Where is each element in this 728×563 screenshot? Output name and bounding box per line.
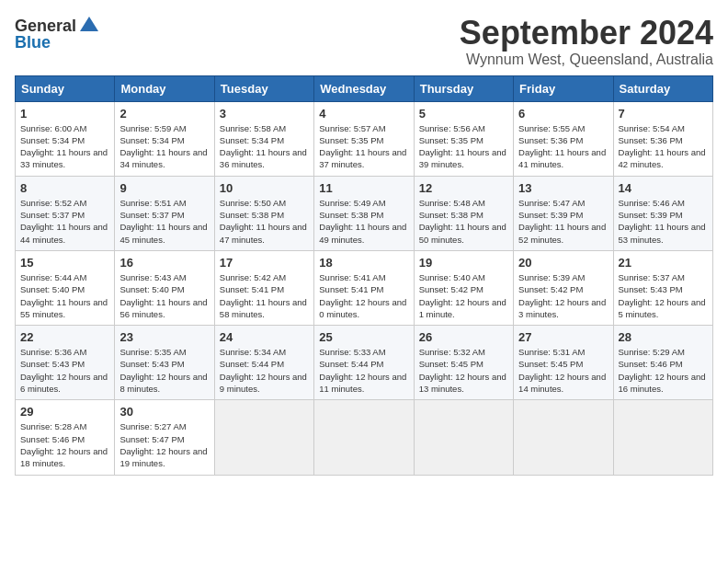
day-number: 22 [20, 330, 109, 344]
day-number: 4 [319, 107, 408, 121]
table-row: 12Sunrise: 5:48 AMSunset: 5:38 PMDayligh… [414, 176, 513, 250]
day-info: Sunrise: 5:43 AMSunset: 5:40 PMDaylight:… [119, 271, 209, 320]
table-row: 24Sunrise: 5:34 AMSunset: 5:44 PMDayligh… [214, 326, 313, 400]
table-row: 27Sunrise: 5:31 AMSunset: 5:45 PMDayligh… [514, 326, 613, 400]
day-number: 20 [518, 256, 608, 270]
day-number: 5 [419, 107, 508, 121]
table-row: 21Sunrise: 5:37 AMSunset: 5:43 PMDayligh… [613, 250, 712, 325]
day-info: Sunrise: 5:32 AMSunset: 5:45 PMDaylight:… [419, 346, 508, 395]
day-number: 28 [619, 330, 708, 344]
day-number: 21 [619, 256, 708, 270]
calendar-week-row: 22Sunrise: 5:36 AMSunset: 5:43 PMDayligh… [16, 326, 713, 400]
day-number: 23 [119, 330, 209, 344]
day-info: Sunrise: 5:57 AMSunset: 5:35 PMDaylight:… [319, 122, 408, 171]
day-info: Sunrise: 5:49 AMSunset: 5:38 PMDaylight:… [319, 197, 408, 246]
day-info: Sunrise: 5:52 AMSunset: 5:37 PMDaylight:… [20, 197, 109, 246]
day-number: 19 [419, 256, 508, 270]
logo-blue-text: Blue [15, 33, 51, 52]
table-row [314, 400, 414, 475]
calendar-week-row: 8Sunrise: 5:52 AMSunset: 5:37 PMDaylight… [16, 176, 713, 250]
month-title: September 2024 [460, 15, 713, 52]
table-row: 19Sunrise: 5:40 AMSunset: 5:42 PMDayligh… [414, 250, 513, 325]
table-row: 20Sunrise: 5:39 AMSunset: 5:42 PMDayligh… [514, 250, 613, 325]
day-number: 8 [20, 181, 109, 195]
day-info: Sunrise: 5:42 AMSunset: 5:41 PMDaylight:… [220, 271, 309, 320]
logo: General Blue [15, 15, 100, 52]
day-info: Sunrise: 5:41 AMSunset: 5:41 PMDaylight:… [319, 271, 408, 320]
day-number: 17 [220, 256, 309, 270]
day-info: Sunrise: 5:34 AMSunset: 5:44 PMDaylight:… [220, 346, 309, 395]
day-info: Sunrise: 5:39 AMSunset: 5:42 PMDaylight:… [518, 271, 608, 320]
col-friday: Friday [514, 75, 613, 101]
day-number: 14 [619, 181, 708, 195]
table-row: 2Sunrise: 5:59 AMSunset: 5:34 PMDaylight… [115, 101, 214, 176]
day-number: 16 [119, 256, 209, 270]
table-row [414, 400, 513, 475]
table-row: 17Sunrise: 5:42 AMSunset: 5:41 PMDayligh… [214, 250, 313, 325]
table-row: 15Sunrise: 5:44 AMSunset: 5:40 PMDayligh… [16, 250, 115, 325]
svg-marker-0 [80, 17, 98, 31]
day-number: 25 [319, 330, 408, 344]
day-number: 12 [419, 181, 508, 195]
table-row: 28Sunrise: 5:29 AMSunset: 5:46 PMDayligh… [613, 326, 712, 400]
day-number: 9 [119, 181, 209, 195]
table-row [514, 400, 613, 475]
day-number: 18 [319, 256, 408, 270]
logo-icon [78, 15, 100, 37]
table-row: 11Sunrise: 5:49 AMSunset: 5:38 PMDayligh… [314, 176, 414, 250]
day-info: Sunrise: 5:50 AMSunset: 5:38 PMDaylight:… [220, 197, 309, 246]
table-row: 23Sunrise: 5:35 AMSunset: 5:43 PMDayligh… [115, 326, 214, 400]
table-row: 6Sunrise: 5:55 AMSunset: 5:36 PMDaylight… [514, 101, 613, 176]
day-info: Sunrise: 5:28 AMSunset: 5:46 PMDaylight:… [20, 420, 109, 469]
table-row: 14Sunrise: 5:46 AMSunset: 5:39 PMDayligh… [613, 176, 712, 250]
day-number: 29 [20, 405, 109, 419]
table-row: 18Sunrise: 5:41 AMSunset: 5:41 PMDayligh… [314, 250, 414, 325]
day-number: 2 [119, 107, 209, 121]
day-number: 27 [518, 330, 608, 344]
table-row [214, 400, 313, 475]
day-info: Sunrise: 5:46 AMSunset: 5:39 PMDaylight:… [619, 197, 708, 246]
col-monday: Monday [115, 75, 214, 101]
col-saturday: Saturday [613, 75, 712, 101]
day-info: Sunrise: 5:37 AMSunset: 5:43 PMDaylight:… [619, 271, 708, 320]
calendar-header-row: Sunday Monday Tuesday Wednesday Thursday… [16, 75, 713, 101]
day-number: 26 [419, 330, 508, 344]
day-info: Sunrise: 5:31 AMSunset: 5:45 PMDaylight:… [518, 346, 608, 395]
table-row [613, 400, 712, 475]
table-row: 26Sunrise: 5:32 AMSunset: 5:45 PMDayligh… [414, 326, 513, 400]
table-row: 29Sunrise: 5:28 AMSunset: 5:46 PMDayligh… [16, 400, 115, 475]
day-info: Sunrise: 5:36 AMSunset: 5:43 PMDaylight:… [20, 346, 109, 395]
day-number: 6 [518, 107, 608, 121]
table-row: 7Sunrise: 5:54 AMSunset: 5:36 PMDaylight… [613, 101, 712, 176]
day-info: Sunrise: 5:56 AMSunset: 5:35 PMDaylight:… [419, 122, 508, 171]
page-header: General Blue September 2024 Wynnum West,… [15, 15, 713, 68]
day-number: 24 [220, 330, 309, 344]
day-info: Sunrise: 5:54 AMSunset: 5:36 PMDaylight:… [619, 122, 708, 171]
day-info: Sunrise: 5:35 AMSunset: 5:43 PMDaylight:… [119, 346, 209, 395]
day-info: Sunrise: 5:27 AMSunset: 5:47 PMDaylight:… [119, 420, 209, 469]
title-section: September 2024 Wynnum West, Queensland, … [460, 15, 713, 68]
calendar-week-row: 29Sunrise: 5:28 AMSunset: 5:46 PMDayligh… [16, 400, 713, 475]
col-tuesday: Tuesday [214, 75, 313, 101]
day-number: 1 [20, 107, 109, 121]
table-row: 25Sunrise: 5:33 AMSunset: 5:44 PMDayligh… [314, 326, 414, 400]
day-number: 10 [220, 181, 309, 195]
day-info: Sunrise: 5:33 AMSunset: 5:44 PMDaylight:… [319, 346, 408, 395]
table-row: 3Sunrise: 5:58 AMSunset: 5:34 PMDaylight… [214, 101, 313, 176]
calendar-week-row: 1Sunrise: 6:00 AMSunset: 5:34 PMDaylight… [16, 101, 713, 176]
col-wednesday: Wednesday [314, 75, 414, 101]
calendar-week-row: 15Sunrise: 5:44 AMSunset: 5:40 PMDayligh… [16, 250, 713, 325]
table-row: 9Sunrise: 5:51 AMSunset: 5:37 PMDaylight… [115, 176, 214, 250]
day-number: 15 [20, 256, 109, 270]
day-number: 3 [220, 107, 309, 121]
day-number: 7 [619, 107, 708, 121]
day-info: Sunrise: 6:00 AMSunset: 5:34 PMDaylight:… [20, 122, 109, 171]
day-info: Sunrise: 5:58 AMSunset: 5:34 PMDaylight:… [220, 122, 309, 171]
day-info: Sunrise: 5:59 AMSunset: 5:34 PMDaylight:… [119, 122, 209, 171]
table-row: 4Sunrise: 5:57 AMSunset: 5:35 PMDaylight… [314, 101, 414, 176]
table-row: 5Sunrise: 5:56 AMSunset: 5:35 PMDaylight… [414, 101, 513, 176]
day-info: Sunrise: 5:47 AMSunset: 5:39 PMDaylight:… [518, 197, 608, 246]
day-info: Sunrise: 5:44 AMSunset: 5:40 PMDaylight:… [20, 271, 109, 320]
table-row: 10Sunrise: 5:50 AMSunset: 5:38 PMDayligh… [214, 176, 313, 250]
table-row: 8Sunrise: 5:52 AMSunset: 5:37 PMDaylight… [16, 176, 115, 250]
